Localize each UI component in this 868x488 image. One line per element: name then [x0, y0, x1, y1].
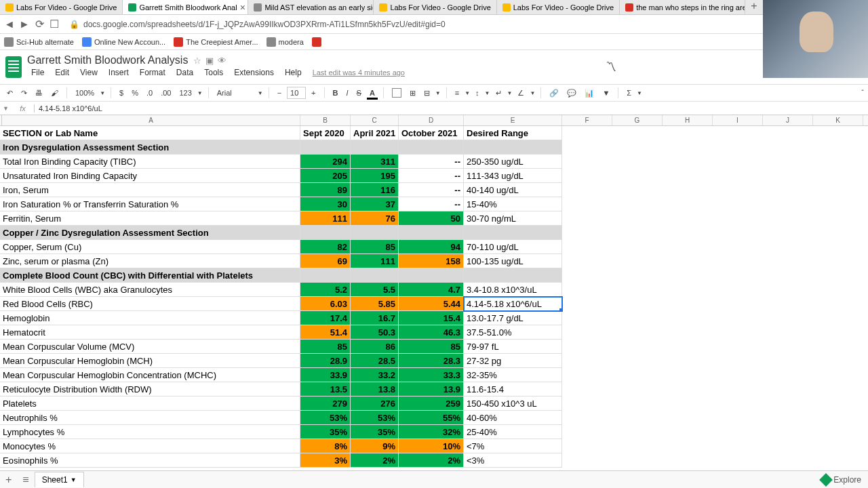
range-cell[interactable]: 70-110 ug/dL [464, 240, 562, 254]
menu-view[interactable]: View [76, 66, 102, 79]
range-cell[interactable]: 150-450 x10^3 uL [464, 396, 562, 411]
range-cell[interactable]: 32-35% [464, 368, 562, 382]
cloud-icon[interactable]: 👁 [218, 56, 226, 66]
halign-button[interactable]: ≡ [452, 87, 462, 98]
range-cell[interactable]: 37.5-51.0% [464, 325, 562, 340]
header-cell[interactable]: October 2021 [399, 126, 464, 140]
range-cell[interactable]: 100-135 ug/dL [464, 254, 562, 268]
new-tab-button[interactable]: + [745, 0, 762, 14]
data-cell[interactable]: 32% [399, 425, 464, 439]
section-cell[interactable]: Iron Dysregulation Assessment Section [0, 140, 300, 155]
label-cell[interactable]: Ferritin, Serum [0, 211, 300, 226]
label-cell[interactable]: Copper, Serum (Cu) [0, 240, 300, 254]
data-cell[interactable]: 50.3 [351, 325, 399, 340]
sheet-tab[interactable]: Sheet1 ▼ [35, 472, 84, 487]
section-cell[interactable] [351, 226, 399, 240]
wrap-button[interactable]: ↵ [493, 87, 505, 99]
column-header[interactable]: I [713, 115, 763, 125]
data-cell[interactable]: 51.4 [300, 325, 351, 340]
label-cell[interactable]: Monocytes % [0, 439, 300, 453]
functions-button[interactable]: Σ [624, 87, 634, 98]
data-cell[interactable]: 85 [300, 340, 351, 354]
font-select[interactable]: Arial [214, 87, 255, 98]
data-cell[interactable]: 6.03 [300, 297, 351, 311]
range-cell[interactable]: 250-350 ug/dL [464, 155, 562, 169]
header-cell[interactable]: SECTION or Lab Name [0, 126, 300, 140]
data-cell[interactable]: 13.9 [399, 382, 464, 396]
name-box-dropdown[interactable]: ▼ [0, 105, 12, 112]
data-cell[interactable]: 116 [351, 183, 399, 197]
data-cell[interactable]: 82 [300, 240, 351, 254]
data-cell[interactable]: 8% [300, 439, 351, 453]
data-cell[interactable]: 2% [399, 453, 464, 468]
section-cell[interactable] [300, 140, 351, 155]
label-cell[interactable]: Mean Corpuscular Hemoglobin Concentratio… [0, 368, 300, 382]
data-cell[interactable]: 9% [351, 439, 399, 453]
data-cell[interactable]: 311 [351, 155, 399, 169]
sheet-dropdown-icon[interactable]: ▼ [71, 476, 77, 483]
range-cell[interactable]: <7% [464, 439, 562, 453]
range-cell[interactable]: 27-32 pg [464, 354, 562, 368]
column-header[interactable]: C [351, 115, 399, 125]
label-cell[interactable]: Mean Corpuscular Hemoglobin (MCH) [0, 354, 300, 368]
data-cell[interactable]: 28.9 [300, 354, 351, 368]
menu-data[interactable]: Data [172, 66, 197, 79]
section-cell[interactable] [399, 268, 464, 283]
data-cell[interactable]: 16.7 [351, 311, 399, 325]
data-cell[interactable]: 37 [351, 197, 399, 211]
header-cell[interactable]: Sept 2020 [300, 126, 351, 140]
data-cell[interactable]: 94 [399, 240, 464, 254]
data-cell[interactable]: 294 [300, 155, 351, 169]
label-cell[interactable]: Unsaturated Iron Binding Capacity [0, 169, 300, 183]
browser-tab[interactable]: Labs For Video - Google Drive [374, 0, 496, 14]
data-cell[interactable]: 28.3 [399, 354, 464, 368]
data-cell[interactable]: -- [399, 169, 464, 183]
data-cell[interactable]: 158 [399, 254, 464, 268]
range-cell[interactable]: 13.0-17.7 g/dL [464, 311, 562, 325]
url-input[interactable]: 🔒 docs.google.com/spreadsheets/d/1F-j_JQ… [64, 20, 688, 29]
bookmark-item[interactable]: Online New Accoun... [82, 37, 165, 47]
data-cell[interactable]: 13.8 [351, 382, 399, 396]
last-edit-link[interactable]: Last edit was 4 minutes ago [313, 68, 405, 77]
column-header[interactable]: G [612, 115, 663, 125]
font-size-input[interactable]: 10 [287, 87, 306, 99]
data-cell[interactable]: 50 [399, 211, 464, 226]
browser-tab[interactable]: Mild AST elevation as an early sign [248, 0, 374, 14]
column-header[interactable]: B [300, 115, 351, 125]
size-inc[interactable]: + [309, 87, 318, 98]
label-cell[interactable]: Red Blood Cells (RBC) [0, 297, 300, 311]
add-sheet-button[interactable]: + [0, 474, 17, 486]
column-header[interactable]: F [562, 115, 612, 125]
italic-button[interactable]: I [343, 87, 351, 98]
column-header[interactable]: A [2, 115, 300, 125]
data-cell[interactable]: 195 [351, 169, 399, 183]
filter-button[interactable]: ▼ [599, 87, 612, 98]
data-cell[interactable]: 5.5 [351, 283, 399, 297]
range-cell[interactable]: <3% [464, 453, 562, 468]
data-cell[interactable]: 17.4 [300, 311, 351, 325]
menu-help[interactable]: Help [281, 66, 306, 79]
data-cell[interactable]: 3% [300, 453, 351, 468]
data-cell[interactable]: 15.4 [399, 311, 464, 325]
data-cell[interactable]: 276 [351, 396, 399, 411]
bookmark-item[interactable]: modera [267, 37, 304, 47]
comment-button[interactable]: 💬 [564, 87, 579, 99]
data-cell[interactable]: 111 [300, 211, 351, 226]
star-icon[interactable]: ☆ [193, 56, 201, 66]
browser-tab[interactable]: Garrett Smith Bloodwork Anal× [123, 0, 248, 14]
range-cell[interactable]: 25-40% [464, 425, 562, 439]
bookmark-button[interactable]: ☐ [49, 19, 60, 30]
data-cell[interactable]: 53% [351, 411, 399, 425]
data-cell[interactable]: 69 [300, 254, 351, 268]
explore-button[interactable]: Explore [821, 475, 861, 485]
data-cell[interactable]: 2% [351, 453, 399, 468]
section-cell[interactable] [399, 226, 464, 240]
data-cell[interactable]: 86 [351, 340, 399, 354]
data-cell[interactable]: -- [399, 183, 464, 197]
percent-button[interactable]: % [129, 87, 141, 98]
data-cell[interactable]: -- [399, 155, 464, 169]
menu-format[interactable]: Format [136, 66, 170, 79]
merge-button[interactable]: ⊟ [421, 87, 433, 99]
section-cell[interactable] [300, 268, 351, 283]
dec-more-button[interactable]: .00 [158, 87, 174, 98]
